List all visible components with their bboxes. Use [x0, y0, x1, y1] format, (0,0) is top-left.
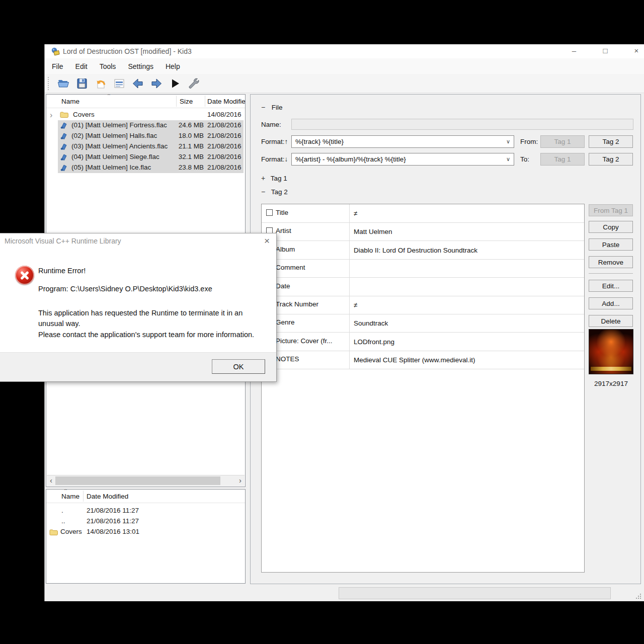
- tag2-section-header[interactable]: − Tag 2: [261, 187, 288, 196]
- collapse-icon[interactable]: −: [261, 188, 265, 196]
- frame-row-picture[interactable]: Picture: Cover (fr... LODfront.png: [262, 333, 584, 351]
- checkbox[interactable]: [266, 209, 273, 216]
- resize-grip-icon[interactable]: [640, 598, 641, 599]
- format-to-filename-combo[interactable]: %{artist} - %{album}/%{track} %{title} ∨: [291, 153, 514, 166]
- scroll-right-icon[interactable]: ›: [236, 475, 245, 486]
- horizontal-scrollbar[interactable]: ‹ ›: [47, 475, 245, 486]
- paste-button[interactable]: Paste: [589, 238, 633, 251]
- folder-icon: [49, 528, 58, 536]
- frame-row-track-number[interactable]: Track Number ≠: [262, 296, 584, 314]
- add-button[interactable]: Add...: [589, 297, 633, 309]
- album-art-thumbnail[interactable]: [589, 329, 633, 374]
- to-label: To:: [520, 155, 529, 163]
- remove-button[interactable]: Remove: [589, 256, 633, 268]
- dir-row-covers[interactable]: Covers 14/08/2016 13:01: [46, 527, 244, 537]
- column-date-modified[interactable]: Date Modified: [87, 493, 128, 500]
- column-size[interactable]: Size: [180, 98, 193, 105]
- format-up-label: Format:↑: [261, 138, 288, 145]
- filename-input[interactable]: [291, 119, 633, 130]
- save-icon[interactable]: [75, 76, 89, 90]
- menu-edit[interactable]: Edit: [69, 58, 94, 74]
- to-tag2-button[interactable]: Tag 2: [589, 153, 633, 166]
- button-separator: [589, 273, 633, 274]
- sort-asc-icon: ˆ: [108, 93, 110, 101]
- frame-row-date[interactable]: Date: [262, 278, 584, 296]
- audio-file-icon: [60, 142, 67, 150]
- name-label: Name:: [261, 121, 281, 128]
- open-icon[interactable]: [56, 76, 70, 90]
- frame-row-title[interactable]: Title ≠: [262, 204, 584, 223]
- close-icon[interactable]: ×: [264, 235, 270, 247]
- file-row-covers[interactable]: › Covers 14/08/2016 1: [46, 110, 244, 120]
- folder-list-header[interactable]: Name ˆ Date Modified: [46, 490, 245, 503]
- status-bar: [45, 585, 644, 601]
- program-path: Program: C:\Users\Sidney O.P\Desktop\Kid…: [38, 285, 212, 293]
- copy-button[interactable]: Copy: [589, 221, 633, 233]
- format-down-label: Format:↓: [261, 155, 288, 163]
- runtime-error-dialog: Microsoft Visual C++ Runtime Library × R…: [0, 233, 277, 382]
- expand-icon[interactable]: +: [261, 174, 265, 182]
- app-icon: [51, 47, 60, 56]
- delete-button[interactable]: Delete: [589, 315, 633, 327]
- audio-file-icon: [60, 153, 67, 161]
- menu-tools[interactable]: Tools: [94, 58, 122, 74]
- edit-button[interactable]: Edit...: [589, 280, 633, 292]
- menu-bar: File Edit Tools Settings Help: [45, 58, 644, 74]
- frame-row-notes[interactable]: NOTES Medieval CUE Splitter (www.medieva…: [262, 351, 584, 369]
- column-name[interactable]: Name: [61, 98, 79, 105]
- from-tag1-button[interactable]: Tag 1: [540, 135, 585, 148]
- dir-row[interactable]: . 21/08/2016 11:27: [46, 506, 244, 516]
- frame-row-comment[interactable]: Comment: [262, 259, 584, 278]
- file-list-header[interactable]: Name ˆ Size Date Modified: [46, 95, 245, 108]
- from-tag1-frames-button[interactable]: From Tag 1: [589, 204, 633, 216]
- configure-wrench-icon[interactable]: [187, 76, 200, 90]
- toolbar-drag-handle[interactable]: [48, 77, 49, 90]
- chevron-down-icon: ∨: [506, 138, 510, 145]
- file-row[interactable]: (02) [Matt Uelmen] Halls.flac 18.0 MB 21…: [58, 131, 244, 141]
- error-message-1: This application has requested the Runti…: [38, 308, 266, 329]
- file-row[interactable]: (05) [Matt Uelmen] Ice.flac 23.8 MB 21/0…: [58, 163, 244, 173]
- file-row[interactable]: (01) [Matt Uelmen] Fortress.flac 24.6 MB…: [58, 120, 244, 131]
- toolbar: [45, 74, 644, 93]
- expand-icon[interactable]: ›: [50, 111, 52, 120]
- to-tag1-button[interactable]: Tag 1: [540, 153, 585, 166]
- frame-row-artist[interactable]: Artist Matt Uelmen: [262, 222, 584, 241]
- tag-panel: − File Name: Format:↑ %{track} %{title} …: [250, 94, 641, 584]
- previous-icon[interactable]: [131, 76, 144, 90]
- picture-dimensions: 2917x2917: [589, 380, 633, 387]
- audio-file-icon: [60, 164, 67, 172]
- ok-button[interactable]: OK: [212, 359, 265, 374]
- playlist-icon[interactable]: [112, 76, 126, 90]
- error-message-2: Please contact the application's support…: [38, 330, 270, 340]
- menu-file[interactable]: File: [46, 58, 69, 74]
- dir-row[interactable]: .. 21/08/2016 11:27: [46, 516, 244, 527]
- tag1-section-header[interactable]: + Tag 1: [261, 174, 287, 183]
- column-date-modified[interactable]: Date Modified: [207, 98, 245, 105]
- file-row[interactable]: (04) [Matt Uelmen] Siege.flac 32.1 MB 21…: [58, 152, 244, 163]
- next-icon[interactable]: [149, 76, 163, 90]
- sort-asc-icon: ˆ: [64, 488, 67, 496]
- menu-settings[interactable]: Settings: [122, 58, 159, 74]
- tag2-frame-table: Title ≠ Artist Matt Uelmen Album Diablo …: [261, 204, 585, 573]
- audio-file-icon: [60, 132, 67, 140]
- title-bar[interactable]: Lord of Destruction OST [modified] - Kid…: [45, 44, 644, 58]
- scrollbar-thumb[interactable]: [55, 476, 220, 485]
- frame-row-genre[interactable]: Genre Soundtrack: [262, 314, 584, 333]
- close-icon[interactable]: ×: [625, 44, 644, 58]
- file-row[interactable]: (03) [Matt Uelmen] Ancients.flac 21.1 MB…: [58, 141, 244, 152]
- collapse-icon[interactable]: −: [261, 103, 265, 111]
- menu-help[interactable]: Help: [159, 58, 186, 74]
- folder-icon: [60, 111, 68, 118]
- play-icon[interactable]: [168, 76, 182, 90]
- scroll-left-icon[interactable]: ‹: [47, 475, 55, 486]
- file-section-header[interactable]: − File: [261, 103, 282, 112]
- frame-row-album[interactable]: Album Diablo II: Lord Of Destruction Sou…: [262, 241, 584, 260]
- progress-bar: [339, 587, 611, 599]
- maximize-icon[interactable]: □: [594, 44, 616, 58]
- chevron-down-icon: ∨: [506, 156, 510, 163]
- format-from-filename-combo[interactable]: %{track} %{title} ∨: [291, 135, 514, 148]
- from-label: From:: [520, 138, 538, 145]
- revert-icon[interactable]: [94, 76, 107, 90]
- from-tag2-button[interactable]: Tag 2: [589, 135, 633, 148]
- minimize-icon[interactable]: –: [563, 44, 585, 58]
